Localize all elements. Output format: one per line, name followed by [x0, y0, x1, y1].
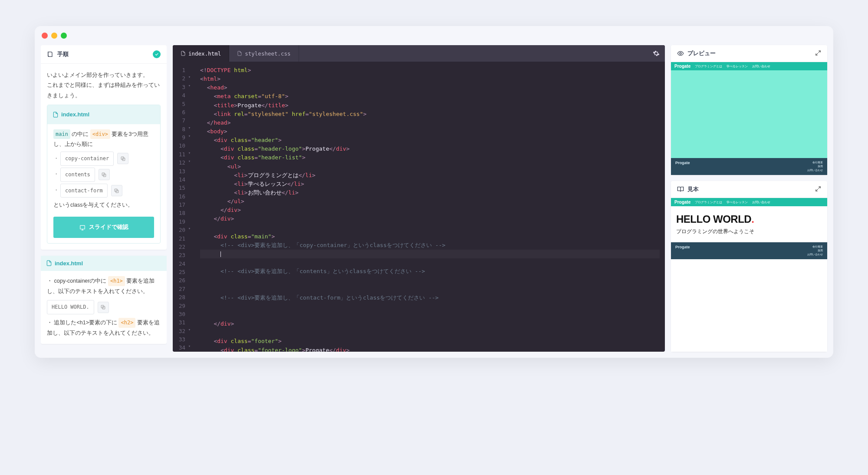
maximize-dot[interactable]: [61, 33, 67, 39]
file-header-1: index.html: [47, 105, 160, 124]
code-chip: contact-form: [60, 184, 108, 198]
preview-viewport: Progate プログラミングとは学べるレッスンお問い合わせ Progate 会…: [671, 62, 827, 175]
expand-button[interactable]: [815, 50, 821, 57]
mini-main: HELLO WORLD. プログラミングの世界へようこそ: [671, 206, 827, 242]
code-chip: contents: [60, 168, 95, 182]
mini-header: Progate プログラミングとは学べるレッスンお問い合わせ: [671, 62, 827, 70]
code-chip: HELLO WORLD.: [47, 300, 94, 314]
file-icon: [46, 260, 52, 266]
slides-icon: [79, 224, 85, 231]
file-header-2: index.html: [41, 256, 167, 271]
steps-title: 手順: [57, 50, 69, 58]
chip-row: ・ contact-form: [53, 184, 154, 198]
instruction-line: main の中に <div> 要素を3つ用意し、上から順に: [53, 129, 154, 150]
app-window: 手順 いよいよメイン部分を作っていきます。 これまでと同様に、まずは枠組みを作っ…: [35, 26, 833, 358]
copy-button[interactable]: [117, 153, 128, 164]
instruction-line-2b: ・ 追加した<h1>要素の下に <h2> 要素を追加し、以下のテキストを入れてく…: [47, 318, 161, 339]
code-editor: index.html stylesheet.css 1 2▾3▾4 5 6 7 …: [173, 45, 665, 352]
svg-rect-6: [80, 225, 85, 229]
editor-tabbar: index.html stylesheet.css: [173, 45, 665, 62]
instruction-line-2a: ・ copy-containerの中に <h1> 要素を追加し、以下のテキストを…: [47, 276, 161, 297]
copy-button[interactable]: [99, 169, 110, 180]
intro-text: いよいよメイン部分を作っていきます。 これまでと同様に、まずは枠組みを作っていき…: [47, 70, 161, 100]
file-icon: [181, 50, 186, 56]
mini-header: Progate プログラミングとは学べるレッスンお問い合わせ: [671, 198, 827, 206]
preview-header: プレビュー: [671, 45, 827, 62]
file-name-2: index.html: [55, 260, 83, 267]
code-chip: copy-container: [60, 152, 114, 166]
gear-icon: [653, 50, 660, 57]
slide-confirm-button[interactable]: スライドで確認: [53, 217, 154, 238]
steps-header: 手順: [41, 45, 167, 64]
window-titlebar: [35, 26, 833, 45]
book-icon: [47, 51, 54, 58]
editor-tab[interactable]: stylesheet.css: [229, 45, 299, 62]
expand-button[interactable]: [815, 186, 821, 193]
svg-point-9: [680, 53, 681, 54]
chip-row: ・ copy-container: [53, 152, 154, 166]
book-open-icon: [677, 186, 684, 193]
file-name-1: index.html: [61, 109, 89, 119]
mini-hero: [671, 70, 827, 158]
minimize-dot[interactable]: [51, 33, 57, 39]
sample-title: 見本: [687, 185, 699, 193]
preview-title: プレビュー: [687, 49, 716, 57]
settings-button[interactable]: [648, 45, 665, 62]
file-icon: [53, 112, 59, 118]
sample-header: 見本: [671, 181, 827, 198]
file-icon: [237, 50, 242, 56]
chip-row: ・ contents: [53, 168, 154, 182]
close-dot[interactable]: [42, 33, 48, 39]
mini-footer: Progate 会社概要採用お問い合わせ: [671, 158, 827, 175]
instruction-after: というclassを与えてください。: [53, 200, 154, 211]
copy-button[interactable]: [111, 185, 122, 196]
eye-icon: [677, 50, 684, 57]
instructions-panel: 手順 いよいよメイン部分を作っていきます。 これまでと同様に、まずは枠組みを作っ…: [41, 45, 167, 352]
mini-footer: Progate 会社概要採用お問い合わせ: [671, 242, 827, 259]
sample-viewport: Progate プログラミングとは学べるレッスンお問い合わせ HELLO WOR…: [671, 198, 827, 352]
preview-panel-group: プレビュー Progate プログラミングとは学べるレッスンお問い合わせ: [671, 45, 827, 352]
editor-tab[interactable]: index.html: [173, 45, 229, 62]
code-area[interactable]: 1 2▾3▾4 5 6 7 8▾9▾10 11▾12▾13 14 15 16 1…: [173, 62, 665, 352]
copy-button[interactable]: [98, 302, 109, 313]
check-icon: [153, 50, 161, 58]
